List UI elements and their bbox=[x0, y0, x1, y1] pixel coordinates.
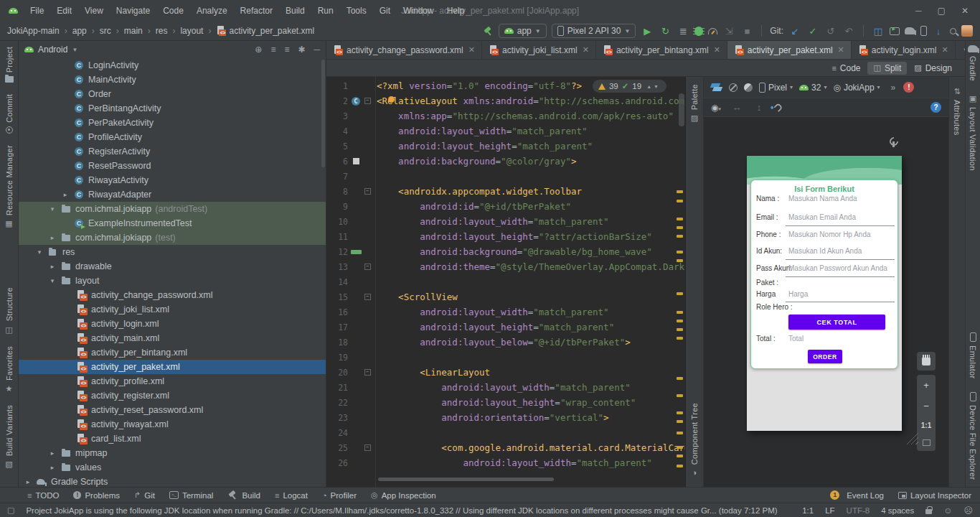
warning-stripe-mark[interactable] bbox=[677, 235, 683, 238]
chevron-icon[interactable]: ▾ bbox=[47, 277, 57, 284]
view-mode-button[interactable]: ◫ Split bbox=[867, 62, 907, 75]
code-line[interactable]: 4 android:layout_width="match_parent" bbox=[326, 124, 685, 139]
inspections-widget[interactable]: 39 ✓ 19 ▲▼ bbox=[593, 80, 666, 93]
warning-stripe-mark[interactable] bbox=[677, 218, 683, 220]
status-widget[interactable]: LF bbox=[825, 506, 834, 515]
editor-hscrollbar[interactable] bbox=[378, 478, 554, 481]
code-line[interactable]: 3 xmlns:app="http://schemas.android.com/… bbox=[326, 108, 685, 124]
color-swatch-icon[interactable] bbox=[353, 158, 359, 164]
help-icon[interactable]: ? bbox=[930, 102, 941, 113]
breadcrumb-item[interactable]: res bbox=[156, 26, 181, 36]
tree-row[interactable]: activity_riwayat.xml bbox=[19, 417, 326, 432]
code-line[interactable]: 16 android:layout_width="match_parent" bbox=[326, 304, 685, 320]
chevron-icon[interactable]: ▸ bbox=[23, 478, 33, 485]
resize-handle[interactable] bbox=[905, 432, 918, 444]
tree-row[interactable]: ▾ res bbox=[19, 245, 326, 259]
tree-row[interactable]: RegisterActivity bbox=[19, 144, 326, 159]
toolwindow-tab[interactable]: Favorites ★ bbox=[5, 346, 14, 393]
fold-icon[interactable]: − bbox=[364, 369, 371, 376]
code-line[interactable]: 14 bbox=[326, 274, 685, 289]
chevron-icon[interactable]: ▸ bbox=[47, 234, 57, 241]
code-line[interactable]: 25− <com.google.android.material.card.Ma… bbox=[326, 440, 685, 455]
menu-item[interactable]: Edit bbox=[50, 4, 78, 18]
menu-item[interactable]: Run bbox=[311, 4, 340, 18]
toolwindow-tab[interactable]: Device File Explorer bbox=[969, 392, 977, 480]
settings-gear-icon[interactable]: ✱ bbox=[298, 45, 305, 55]
run-button[interactable]: ▶ bbox=[641, 26, 654, 37]
toolbar-overflow[interactable]: » bbox=[891, 83, 896, 93]
code-line[interactable]: 5 android:layout_height="match_parent" bbox=[326, 139, 685, 154]
menu-item[interactable]: Analyze bbox=[190, 4, 234, 18]
status-widget[interactable]: 1:1 bbox=[802, 506, 814, 515]
code-line[interactable]: 23 android:orientation="vertical"> bbox=[326, 410, 685, 425]
collapse-all-icon[interactable]: ≡ bbox=[284, 45, 289, 55]
tree-row[interactable]: ▸ drawable bbox=[19, 259, 326, 274]
sdk-manager-icon[interactable]: ↓ bbox=[932, 26, 945, 37]
project-scrollbar[interactable] bbox=[321, 60, 325, 167]
autoconnect-magnet-icon[interactable] bbox=[773, 103, 783, 112]
toolwindow-button[interactable]: ◎ App Inspection bbox=[371, 490, 436, 500]
breadcrumb-item[interactable]: app bbox=[72, 26, 100, 36]
chevron-icon[interactable]: ▸ bbox=[47, 263, 57, 270]
close-tab-icon[interactable]: ✕ bbox=[838, 45, 844, 55]
close-tab-icon[interactable]: ✕ bbox=[941, 45, 948, 55]
warning-stripe-mark[interactable] bbox=[677, 455, 683, 457]
tree-row[interactable]: activity_change_password.xml bbox=[19, 288, 326, 302]
tree-row[interactable]: activity_register.xml bbox=[19, 388, 326, 403]
tree-row[interactable]: activity_per_bintang.xml bbox=[19, 345, 326, 360]
expand-all-icon[interactable]: ≡ bbox=[270, 45, 275, 55]
menu-item[interactable]: Build bbox=[279, 4, 311, 18]
project-view-selector[interactable]: Android bbox=[38, 45, 67, 55]
breadcrumb-item[interactable]: src bbox=[100, 26, 124, 36]
next-prev-problem-icons[interactable]: ▲▼ bbox=[646, 84, 661, 89]
stop-button[interactable]: ■ bbox=[740, 26, 753, 37]
toolwindow-button[interactable]: >_ Terminal bbox=[169, 490, 213, 500]
locate-file-icon[interactable]: ⊕ bbox=[255, 45, 262, 55]
view-mode-button[interactable]: ▨ Design bbox=[908, 62, 958, 75]
code-line[interactable]: 10 android:layout_width="match_parent" bbox=[326, 214, 685, 229]
toolwindow-button[interactable]: ! Problems bbox=[73, 490, 120, 500]
code-line[interactable]: 13− android:theme="@style/ThemeOverlay.A… bbox=[326, 259, 685, 274]
debug-button[interactable] bbox=[694, 27, 703, 36]
toolwindow-tab[interactable]: Gradle bbox=[968, 45, 979, 81]
warning-stripe-mark[interactable] bbox=[677, 328, 683, 331]
code-editor[interactable]: 1<?xml version="1.0" encoding="utf-8"?>2… bbox=[326, 77, 685, 487]
toolwindow-tab[interactable]: Project bbox=[5, 47, 14, 83]
tree-row[interactable]: activity_profile.xml bbox=[19, 374, 326, 388]
tree-row[interactable]: activity_reset_password.xml bbox=[19, 403, 326, 417]
menu-item[interactable]: Code bbox=[156, 4, 190, 18]
status-widget[interactable]: UTF-8 bbox=[847, 506, 870, 515]
editor-tab[interactable]: activity_joki_list.xml ✕ bbox=[482, 41, 596, 59]
zoom-actual-button[interactable]: 1:1 bbox=[921, 421, 931, 429]
breadcrumb-item[interactable]: activity_per_paket.xml bbox=[216, 26, 314, 36]
git-rollback-icon[interactable]: ↶ bbox=[842, 26, 855, 37]
warning-stripe-mark[interactable] bbox=[677, 432, 683, 434]
lock-icon[interactable] bbox=[925, 509, 932, 514]
close-tab-icon[interactable]: ✕ bbox=[714, 45, 720, 55]
warning-stripe-mark[interactable] bbox=[677, 226, 683, 229]
code-line[interactable]: 18 android:layout_below="@+id/tbPerPaket… bbox=[326, 335, 685, 350]
menu-item[interactable]: Tools bbox=[340, 4, 373, 18]
code-line[interactable]: 21 android:layout_width="match_parent" bbox=[326, 380, 685, 395]
tree-row[interactable]: PerPaketActivity bbox=[19, 116, 326, 130]
chevron-icon[interactable]: ▾ bbox=[47, 205, 57, 213]
class-gutter-icon[interactable]: C bbox=[352, 97, 360, 106]
zoom-fit-button[interactable] bbox=[923, 439, 930, 446]
toolwindow-tab[interactable]: Structure ◫ bbox=[5, 287, 14, 334]
chevron-icon[interactable]: ▸ bbox=[47, 464, 57, 471]
code-line[interactable]: 7 bbox=[326, 169, 685, 184]
warning-stripe-mark[interactable] bbox=[677, 465, 683, 467]
color-swatch-icon[interactable] bbox=[351, 250, 362, 254]
editor-vscrollbar[interactable] bbox=[679, 93, 684, 126]
tree-row[interactable]: RiwayatActivity bbox=[19, 173, 326, 187]
pan-vertical-icon[interactable]: ↕ bbox=[753, 102, 765, 113]
search-everywhere-icon[interactable] bbox=[950, 28, 956, 34]
system-ui-icon[interactable] bbox=[744, 83, 753, 92]
menu-item[interactable]: View bbox=[78, 4, 110, 18]
attach-debugger-icon[interactable]: ⇲ bbox=[722, 26, 735, 37]
code-line[interactable]: 20− <LinearLayout bbox=[326, 365, 685, 380]
menu-item[interactable]: Navigate bbox=[110, 4, 156, 18]
warning-stripe-mark[interactable] bbox=[677, 320, 683, 322]
project-structure-icon[interactable]: ◫ bbox=[872, 26, 885, 37]
code-line[interactable]: 24 bbox=[326, 425, 685, 440]
